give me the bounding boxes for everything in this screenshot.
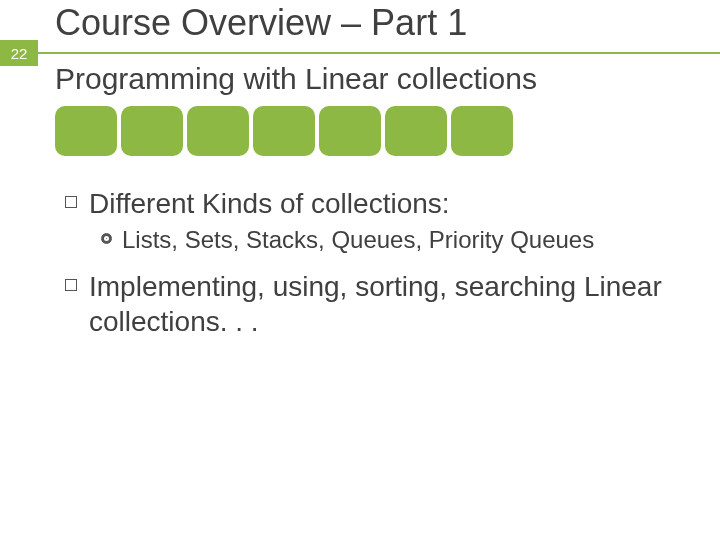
page-number-badge: 22 <box>0 40 38 66</box>
collection-cell <box>121 106 183 156</box>
collection-cell <box>385 106 447 156</box>
collection-cell <box>319 106 381 156</box>
square-bullet-icon <box>65 279 77 291</box>
collection-cell <box>451 106 513 156</box>
target-bullet-icon <box>101 233 112 244</box>
bullet-level1: Different Kinds of collections: <box>65 186 690 221</box>
title-underline <box>38 52 720 54</box>
slide-subtitle: Programming with Linear collections <box>55 62 690 96</box>
slide: Course Overview – Part 1 22 Programming … <box>0 0 720 540</box>
bullet-text: Lists, Sets, Stacks, Queues, Priority Qu… <box>122 225 594 255</box>
bullet-text: Implementing, using, sorting, searching … <box>89 269 690 339</box>
slide-title: Course Overview – Part 1 <box>55 2 467 44</box>
collection-cell <box>253 106 315 156</box>
bullet-level2: Lists, Sets, Stacks, Queues, Priority Qu… <box>101 225 690 255</box>
square-bullet-icon <box>65 196 77 208</box>
linear-collection-diagram <box>55 106 690 156</box>
collection-cell <box>55 106 117 156</box>
slide-body: Programming with Linear collections Diff… <box>55 62 690 343</box>
bullet-text: Different Kinds of collections: <box>89 186 450 221</box>
bullet-level1: Implementing, using, sorting, searching … <box>65 269 690 339</box>
collection-cell <box>187 106 249 156</box>
